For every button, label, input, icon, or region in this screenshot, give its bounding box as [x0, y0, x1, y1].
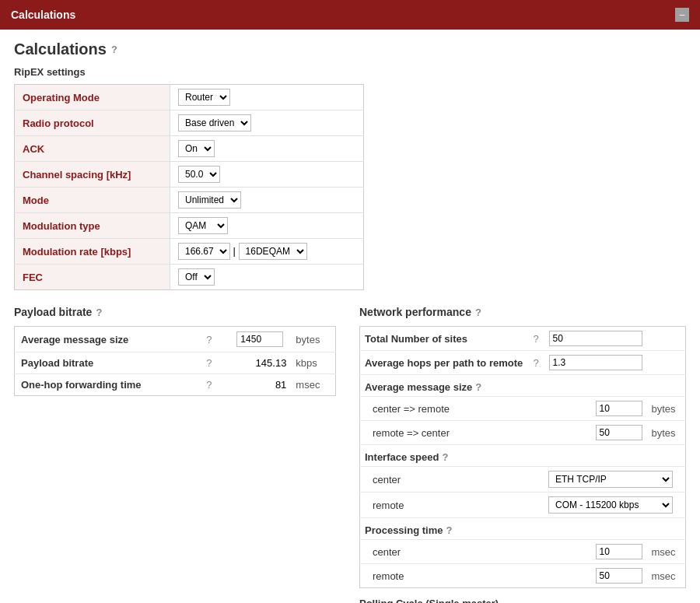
minimize-button[interactable]: – [675, 8, 689, 22]
payload-help-icon[interactable]: ? [96, 307, 102, 318]
net-label-proc-center: center [360, 540, 529, 564]
polling-title: Polling Cycle (Single master) [359, 598, 686, 603]
ripex-label-modulation-type: Modulation type [15, 213, 170, 239]
fec-select[interactable]: Off On [178, 268, 215, 286]
ripex-label-ack: ACK [15, 136, 170, 162]
net-row-remote-center: remote => center bytes [360, 421, 686, 445]
mode-select[interactable]: Unlimited Limited [178, 191, 241, 209]
ripex-table: Operating Mode Router Bridge Radio proto… [14, 84, 364, 290]
ripex-row-ack: ACK On Off [15, 136, 364, 162]
radio-protocol-select[interactable]: Base driven Flexible [178, 114, 251, 131]
net-unit-proc-center: msec [647, 540, 686, 564]
payload-label-avg-msg: Average message size [15, 327, 199, 352]
payload-table: Average message size ? bytes Payload bit… [14, 326, 336, 396]
ripex-row-modulation-rate: Modulation rate [kbps] 166.67 83.33 | 16… [15, 239, 364, 265]
network-panel-title: Network performance ? [359, 306, 686, 318]
net-help-proc[interactable]: ? [446, 524, 452, 536]
title-bar-label: Calculations [11, 9, 75, 21]
polling-section: Polling Cycle (Single master) Average RT… [359, 598, 686, 603]
net-row-proc-header: Processing time ? [360, 518, 686, 540]
net-row-proc-center: center msec [360, 540, 686, 564]
ack-select[interactable]: On Off [178, 140, 215, 157]
net-label-iface-remote: remote [360, 493, 529, 518]
total-sites-input[interactable] [549, 331, 642, 346]
payload-label-forwarding: One-hop forwarding time [15, 374, 199, 396]
net-row-center-remote: center => remote bytes [360, 397, 686, 421]
ripex-row-channel-spacing: Channel spacing [kHz] 50.0 25.0 12.5 [15, 162, 364, 188]
proc-remote-input[interactable] [596, 568, 642, 584]
net-row-iface-remote: remote COM - 115200 kbps ETH TCP/IP [360, 493, 686, 518]
net-label-iface-header: Interface speed ? [360, 445, 528, 466]
title-bar: Calculations – [0, 0, 700, 30]
ripex-label-fec: FEC [15, 265, 170, 290]
ripex-row-operating-mode: Operating Mode Router Bridge [15, 85, 364, 110]
avg-message-size-input[interactable] [236, 331, 283, 347]
ripex-label-modulation-rate: Modulation rate [kbps] [15, 239, 170, 265]
main-content: Calculations ? RipEX settings Operating … [0, 30, 700, 603]
iface-center-select[interactable]: ETH TCP/IP COM - 115200 kbps [548, 471, 673, 488]
net-label-proc-remote: remote [360, 564, 529, 588]
ripex-label-mode: Mode [15, 188, 170, 213]
net-help-avg-hops[interactable]: ? [528, 351, 544, 375]
net-help-total-sites[interactable]: ? [528, 327, 544, 351]
page-title-row: Calculations ? [14, 40, 686, 58]
net-label-avg-msg-header: Average message size ? [360, 375, 528, 396]
channel-spacing-select[interactable]: 50.0 25.0 12.5 [178, 166, 220, 183]
payload-row-bitrate: Payload bitrate ? 145.13 kbps [15, 352, 336, 374]
payload-title-label: Payload bitrate [14, 306, 92, 318]
net-unit-remote-center: bytes [647, 421, 686, 445]
net-row-avg-msg-header: Average message size ? [360, 375, 686, 397]
net-label-avg-hops: Average hops per path to remote [360, 351, 529, 375]
net-row-avg-hops: Average hops per path to remote ? [360, 351, 686, 375]
network-panel: Network performance ? Total Number of si… [359, 306, 686, 603]
net-unit-center-remote: bytes [647, 397, 686, 421]
net-label-proc-header: Processing time ? [360, 518, 528, 539]
modulation-type-select[interactable]: QAM QPSK FSK [178, 217, 228, 234]
payload-panel: Payload bitrate ? Average message size ?… [14, 306, 336, 396]
remote-center-size-input[interactable] [596, 425, 642, 440]
payload-label-bitrate: Payload bitrate [15, 352, 199, 374]
net-label-center-remote: center => remote [360, 397, 529, 421]
payload-panel-title: Payload bitrate ? [14, 306, 336, 318]
ripex-row-fec: FEC Off On [15, 265, 364, 290]
ripex-label-channel-spacing: Channel spacing [kHz] [15, 162, 170, 188]
payload-value-bitrate: 145.13 [219, 352, 289, 374]
ripex-row-modulation-type: Modulation type QAM QPSK FSK [15, 213, 364, 239]
payload-value-forwarding: 81 [219, 374, 289, 396]
modulation-rate-mode-select[interactable]: 16DEQAM 4QAM [239, 243, 307, 260]
iface-remote-select[interactable]: COM - 115200 kbps ETH TCP/IP [548, 496, 673, 514]
net-row-total-sites: Total Number of sites ? [360, 327, 686, 351]
net-row-iface-header: Interface speed ? [360, 445, 686, 467]
net-label-remote-center: remote => center [360, 421, 529, 445]
modulation-rate-select[interactable]: 166.67 83.33 [178, 243, 230, 260]
payload-unit-bitrate: kbps [289, 352, 335, 374]
two-column-layout: Payload bitrate ? Average message size ?… [14, 306, 686, 603]
payload-row-avg-msg-size: Average message size ? bytes [15, 327, 336, 352]
ripex-label-operating-mode: Operating Mode [15, 85, 170, 110]
net-help-avg-msg[interactable]: ? [475, 381, 481, 393]
center-remote-size-input[interactable] [596, 401, 642, 416]
payload-help-bitrate[interactable]: ? [198, 352, 219, 374]
payload-help-avg-msg[interactable]: ? [198, 327, 219, 352]
net-row-proc-remote: remote msec [360, 564, 686, 588]
proc-center-input[interactable] [596, 544, 642, 559]
page-title-help-icon[interactable]: ? [111, 44, 117, 55]
payload-unit-avg-msg: bytes [289, 327, 335, 352]
page-title: Calculations [14, 40, 107, 58]
net-row-iface-center: center ETH TCP/IP COM - 115200 kbps [360, 467, 686, 493]
ripex-section-title: RipEX settings [14, 66, 686, 78]
avg-hops-input[interactable] [549, 355, 642, 370]
payload-row-forwarding: One-hop forwarding time ? 81 msec [15, 374, 336, 396]
net-help-iface[interactable]: ? [442, 451, 448, 463]
network-help-icon[interactable]: ? [475, 307, 481, 318]
payload-unit-forwarding: msec [289, 374, 335, 396]
net-label-iface-center: center [360, 467, 529, 493]
ripex-row-radio-protocol: Radio protocol Base driven Flexible [15, 110, 364, 136]
network-table: Total Number of sites ? Average hops per… [359, 326, 686, 588]
net-unit-proc-remote: msec [647, 564, 686, 588]
ripex-row-mode: Mode Unlimited Limited [15, 188, 364, 213]
payload-help-forwarding[interactable]: ? [198, 374, 219, 396]
operating-mode-select[interactable]: Router Bridge [178, 89, 230, 106]
net-label-total-sites: Total Number of sites [360, 327, 529, 351]
ripex-label-radio-protocol: Radio protocol [15, 110, 170, 136]
